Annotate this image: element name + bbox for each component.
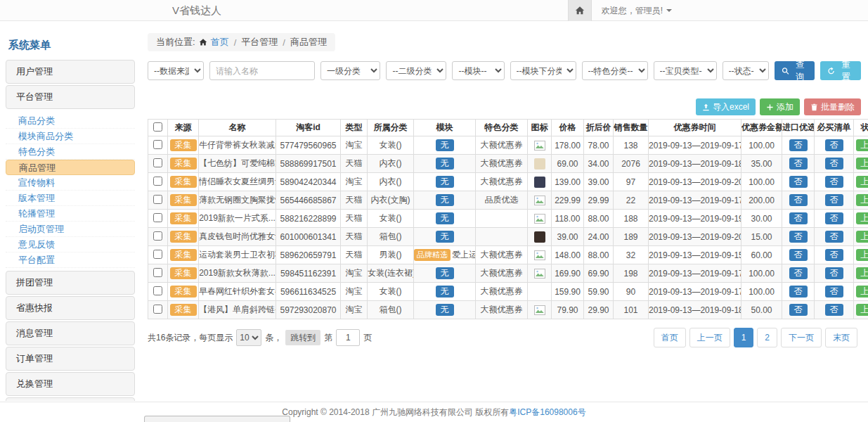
source-cell: 采集 — [168, 191, 199, 210]
row-checkbox[interactable] — [153, 231, 162, 241]
broken-image-icon — [534, 269, 545, 279]
add-button[interactable]: 添加 — [760, 98, 800, 115]
column-header-15: 状态 — [854, 120, 868, 136]
jump-button[interactable]: 跳转到 — [285, 330, 320, 345]
breadcrumb-item: 平台管理 — [241, 36, 278, 49]
row-checkbox[interactable] — [153, 286, 162, 295]
filter-select-1[interactable]: --二级分类-- — [386, 61, 446, 80]
sidebar-group-bottom-0[interactable]: 拼团管理 — [6, 271, 135, 295]
sidebar-group-bottom-1[interactable]: 省惠快报 — [6, 296, 135, 320]
row-checkbox[interactable] — [153, 213, 162, 222]
discount-price-cell: 39.00 — [584, 173, 614, 191]
sidebar-item-7[interactable]: 启动页管理 — [6, 222, 135, 237]
must-buy-cell: 否 — [815, 264, 854, 283]
row-checkbox[interactable] — [153, 158, 162, 167]
filter-select-0[interactable]: 一级分类 — [320, 61, 380, 80]
sidebar-group-bottom-5[interactable]: 钱包管理 — [6, 397, 135, 401]
status-cell: 上架 — [854, 228, 868, 246]
column-header-9: 折后价 — [584, 120, 614, 136]
filter-select-5[interactable]: --宝贝类型-- — [654, 61, 717, 80]
must-buy-badge: 否 — [825, 139, 843, 151]
pager-button-1[interactable]: 上一页 — [689, 328, 730, 347]
pager-button-2[interactable]: 1 — [734, 328, 754, 347]
record-count-text: 共16条记录，每页显示 — [148, 332, 233, 344]
taoke-id-cell: 597293020870 — [276, 301, 341, 319]
pager-button-5[interactable]: 末页 — [825, 328, 857, 347]
row-checkbox[interactable] — [153, 250, 162, 259]
discount-price-cell: 59.90 — [584, 283, 614, 301]
sales-cell: 101 — [614, 301, 649, 319]
sidebar-group-bottom-3[interactable]: 订单管理 — [6, 347, 135, 371]
pager-button-0[interactable]: 首页 — [654, 328, 686, 347]
type-cell: 淘宝 — [341, 264, 368, 283]
row-checkbox[interactable] — [153, 177, 162, 186]
sidebar-item-6[interactable]: 轮播管理 — [6, 206, 135, 222]
table-row: 采集【七色纺】可爱纯棉家...588869917501天猫内衣()无大额优惠券6… — [148, 155, 868, 173]
price-cell: 118.00 — [552, 210, 584, 228]
icon-cell — [528, 301, 552, 319]
coupon-amount-cell: 100.00 — [741, 173, 782, 191]
user-menu[interactable]: 欢迎您，管理员! — [592, 0, 682, 21]
type-cell: 淘宝 — [341, 173, 368, 191]
status-badge: 上架 — [856, 212, 868, 224]
type-cell: 天猫 — [341, 210, 368, 228]
module-none-badge: 无 — [436, 212, 454, 224]
must-buy-badge: 否 — [825, 231, 843, 243]
row-checkbox[interactable] — [153, 305, 162, 314]
discount-price-cell: 29.90 — [584, 301, 614, 319]
row-checkbox[interactable] — [153, 195, 162, 204]
module-cell: 无 — [414, 173, 476, 191]
sidebar-group-top-1[interactable]: 平台管理 — [6, 85, 135, 109]
search-button[interactable]: 查询 — [775, 61, 815, 80]
sidebar-group-bottom-4[interactable]: 兑换管理 — [6, 372, 135, 396]
filter-bar: --数据来源-- 一级分类--二级分类----模块----模块下分类----特色… — [148, 61, 861, 80]
sidebar-item-0[interactable]: 商品分类 — [6, 113, 135, 129]
sidebar-item-5[interactable]: 版本管理 — [6, 191, 135, 206]
reset-button[interactable]: 重置 — [820, 61, 861, 80]
batch-delete-button[interactable]: 批量删除 — [804, 98, 861, 115]
module-cell: 无 — [414, 228, 476, 246]
pager-button-4[interactable]: 下一页 — [781, 328, 822, 347]
filter-select-2[interactable]: --模块-- — [452, 61, 504, 80]
must-buy-badge: 否 — [825, 176, 843, 188]
app-title: V省钱达人 — [172, 0, 221, 21]
sidebar-item-2[interactable]: 特色分类 — [6, 144, 135, 160]
import-excel-button[interactable]: 导入excel — [696, 98, 756, 115]
discount-price-cell: 69.90 — [584, 264, 614, 283]
icp-link[interactable]: 粤ICP备16098006号 — [509, 407, 585, 417]
page-number-input[interactable] — [336, 329, 360, 346]
module-cell: 无 — [414, 191, 476, 210]
sidebar-item-8[interactable]: 意见反馈 — [6, 237, 135, 252]
sidebar-item-1[interactable]: 模块商品分类 — [6, 129, 135, 144]
filter-select-4[interactable]: --特色分类-- — [582, 61, 648, 80]
sidebar-item-4[interactable]: 宣传物料 — [6, 175, 135, 191]
data-source-select[interactable]: --数据来源-- — [148, 61, 204, 80]
import-select-badge: 否 — [789, 231, 808, 243]
filter-select-6[interactable]: --状态-- — [723, 61, 769, 80]
row-checkbox-cell — [148, 301, 168, 319]
breadcrumb-home-link[interactable]: 首页 — [211, 36, 229, 49]
per-page-select[interactable]: 10 — [236, 329, 261, 346]
sidebar-group-top-0[interactable]: 用户管理 — [6, 60, 135, 84]
coupon-amount-cell: 100.00 — [741, 136, 782, 155]
must-buy-cell: 否 — [815, 136, 854, 155]
sidebar-item-3[interactable]: 商品管理 — [6, 160, 135, 175]
name-search-input[interactable] — [209, 61, 315, 80]
jump-prefix: 第 — [324, 332, 332, 344]
feature-cell: 大额优惠券 — [476, 264, 528, 283]
import-select-cell: 否 — [782, 173, 815, 191]
filter-select-3[interactable]: --模块下分类-- — [510, 61, 576, 80]
import-select-cell: 否 — [782, 228, 815, 246]
home-button[interactable] — [568, 0, 592, 21]
name-cell: 早春网红针织外套女春... — [199, 283, 276, 301]
row-checkbox[interactable] — [153, 268, 162, 277]
select-all-checkbox[interactable] — [153, 122, 162, 132]
row-checkbox[interactable] — [153, 140, 162, 149]
sidebar-item-9[interactable]: 平台配置 — [6, 252, 135, 268]
sidebar-group-bottom-2[interactable]: 消息管理 — [6, 321, 135, 345]
status-cell: 上架 — [854, 155, 868, 173]
coupon-time-cell: 2019-09-13—2019-09-18 — [649, 301, 741, 319]
pager-button-3[interactable]: 2 — [757, 328, 777, 347]
reset-label: 重置 — [838, 59, 854, 83]
pagination-summary: 共16条记录，每页显示 10 条， 跳转到 第 页 — [148, 329, 372, 346]
